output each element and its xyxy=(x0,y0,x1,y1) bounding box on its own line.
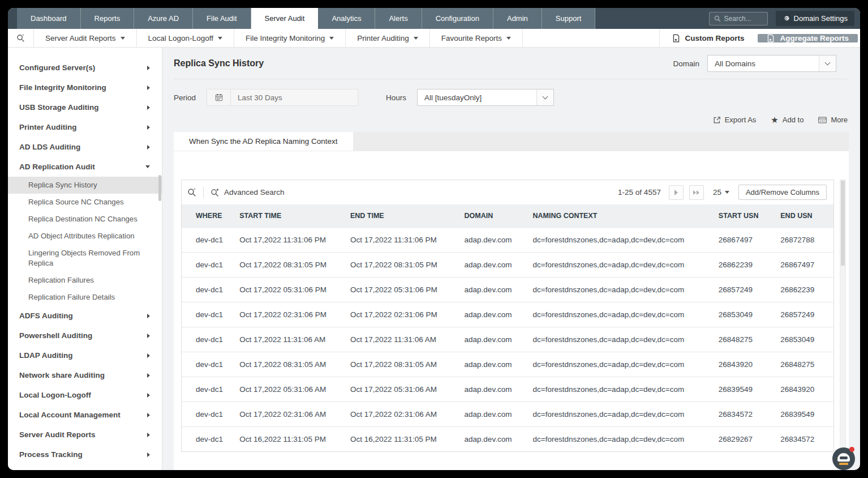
sidebar-subitem-replica-source-nc-changes[interactable]: Replica Source NC Changes xyxy=(8,194,162,211)
caret-right-icon xyxy=(147,353,150,358)
nav-tab-configuration[interactable]: Configuration xyxy=(422,8,493,29)
table-row[interactable]: dev-dc1Oct 17,2022 02:31:06 PMOct 17,202… xyxy=(182,302,833,327)
custom-reports-button[interactable]: Custom Reports xyxy=(659,29,757,47)
global-search[interactable] xyxy=(709,12,768,25)
period-picker[interactable]: Last 30 Days xyxy=(207,89,358,106)
caret-right-icon xyxy=(147,393,150,398)
sidebar-item-adfs-auditing[interactable]: ADFS Auditing xyxy=(8,306,162,326)
sidebar-subitem-replication-failure-details[interactable]: Replication Failure Details xyxy=(8,289,162,306)
column-header-end-time[interactable]: END TIME xyxy=(345,204,459,228)
report-actions: Export As ★ Add to More xyxy=(175,106,848,131)
nav-tab-support[interactable]: Support xyxy=(542,8,596,29)
sidebar-item-usb-storage-auditing[interactable]: USB Storage Auditing xyxy=(8,97,162,117)
table-row[interactable]: dev-dc1Oct 17,2022 08:31:05 AMOct 17,202… xyxy=(182,352,833,377)
table-row[interactable]: dev-dc1Oct 16,2022 11:31:05 PMOct 16,202… xyxy=(182,427,833,452)
sidebar-subitem-replication-failures[interactable]: Replication Failures xyxy=(8,272,162,289)
table-row[interactable]: dev-dc1Oct 17,2022 08:31:05 PMOct 17,202… xyxy=(182,253,833,278)
caret-right-icon xyxy=(147,334,150,338)
sidebar-subitem-ad-object-attributes-replication[interactable]: AD Object Attributes Replication xyxy=(8,228,162,245)
more-button[interactable]: More xyxy=(818,116,848,124)
report-search-button[interactable] xyxy=(8,29,34,47)
nav-tab-admin[interactable]: Admin xyxy=(493,8,542,29)
table-search-icon[interactable] xyxy=(187,188,196,197)
column-header-where[interactable]: WHERE xyxy=(182,204,234,228)
table-scrollbar[interactable] xyxy=(840,180,846,463)
chatbot-button[interactable] xyxy=(832,447,855,470)
add-remove-columns-button[interactable]: Add/Remove Columns xyxy=(738,185,827,200)
sidebar-item-server-audit-reports[interactable]: Server Audit Reports xyxy=(8,425,162,445)
column-header-start-usn[interactable]: START USN xyxy=(713,204,775,228)
period-label: Period xyxy=(174,93,196,102)
column-header-naming-context[interactable]: NAMING CONTEXT xyxy=(527,204,713,228)
table-header-row: WHERESTART TIMEEND TIMEDOMAINNAMING CONT… xyxy=(182,204,833,228)
sidebar-item-ad-lds-auditing[interactable]: AD LDS Auditing xyxy=(8,137,162,157)
table-row[interactable]: dev-dc1Oct 17,2022 02:31:06 AMOct 17,202… xyxy=(182,402,833,427)
sidebar-item-ad-replication-audit[interactable]: AD Replication Audit xyxy=(8,157,162,177)
sidebar-subitem-lingering-objects-removed-from-replica[interactable]: Lingering Objects Removed From Replica xyxy=(8,245,162,272)
sidebar-subitem-replica-sync-history[interactable]: Replica Sync History xyxy=(8,177,162,194)
domain-settings-button[interactable]: Domain Settings xyxy=(776,11,854,26)
last-page-button[interactable] xyxy=(689,185,704,200)
scrollbar-thumb[interactable] xyxy=(841,181,845,266)
report-toolbar: Server Audit ReportsLocal Logon-LogoffFi… xyxy=(8,29,860,48)
topbar-right: Domain Settings xyxy=(709,8,860,29)
nav-tab-azure-ad[interactable]: Azure AD xyxy=(134,8,193,29)
sidebar-item-label: LDAP Auditing xyxy=(19,351,73,360)
table-row[interactable]: dev-dc1Oct 17,2022 11:31:06 PMOct 17,202… xyxy=(182,228,833,253)
sidebar-item-local-account-management[interactable]: Local Account Management xyxy=(8,405,162,425)
sidebar-item-file-integrity-monitoring[interactable]: File Integrity Monitoring xyxy=(8,78,162,97)
add-to-label: Add to xyxy=(783,116,804,124)
sidebar-item-powershell-auditing[interactable]: Powershell Auditing xyxy=(8,326,162,345)
table-row[interactable]: dev-dc1Oct 17,2022 05:31:06 AMOct 17,202… xyxy=(182,377,833,402)
period-value: Last 30 Days xyxy=(231,93,289,102)
advanced-search-button[interactable]: Advanced Search xyxy=(210,188,285,197)
toolbar-menu-favourite-reports[interactable]: Favourite Reports xyxy=(430,29,523,47)
aggregate-reports-button[interactable]: Aggregate Reports xyxy=(758,34,858,42)
sidebar-item-label: AD Replication Audit xyxy=(19,162,95,172)
sidebar-item-configured-server-s[interactable]: Configured Server(s) xyxy=(8,58,162,78)
cell-naming-context: dc=forestdnszones,dc=adap,dc=dev,dc=com xyxy=(527,377,713,402)
toolbar-menu-label: Local Logon-Logoff xyxy=(148,34,213,42)
cell-end-time: Oct 17,2022 05:31:06 AM xyxy=(345,377,459,402)
toolbar-menu-server-audit-reports[interactable]: Server Audit Reports xyxy=(34,29,137,47)
column-header-domain[interactable]: DOMAIN xyxy=(459,204,527,228)
column-header-start-time[interactable]: START TIME xyxy=(234,204,345,228)
nav-tab-file-audit[interactable]: File Audit xyxy=(193,8,251,29)
toolbar-menu-file-integrity-monitoring[interactable]: File Integrity Monitoring xyxy=(234,29,346,47)
sidebar-item-process-tracking[interactable]: Process Tracking xyxy=(8,445,162,464)
cell-where: dev-dc1 xyxy=(182,352,234,377)
nav-tab-reports[interactable]: Reports xyxy=(81,8,135,29)
sidebar-subitem-replica-destination-nc-changes[interactable]: Replica Destination NC Changes xyxy=(8,211,162,228)
domain-select[interactable]: All Domains xyxy=(707,55,836,72)
export-as-button[interactable]: Export As xyxy=(713,116,757,124)
domain-settings-label: Domain Settings xyxy=(794,14,848,23)
sidebar-item-local-logon-logoff[interactable]: Local Logon-Logoff xyxy=(8,385,162,405)
cell-end-time: Oct 17,2022 08:31:05 PM xyxy=(345,253,459,278)
cell-start-usn: 26829267 xyxy=(713,427,775,452)
tab-when-sync-replica-naming-context[interactable]: When Sync the AD Replica Naming Context xyxy=(174,132,353,151)
nav-tab-dashboard[interactable]: Dashboard xyxy=(17,8,81,29)
column-header-end-usn[interactable]: END USN xyxy=(775,204,833,228)
sidebar-item-ldap-auditing[interactable]: LDAP Auditing xyxy=(8,345,162,365)
caret-right-icon xyxy=(147,433,150,437)
toolbar-menu-local-logon-logoff[interactable]: Local Logon-Logoff xyxy=(137,29,234,47)
nav-tab-alerts[interactable]: Alerts xyxy=(375,8,422,29)
cell-end-time: Oct 17,2022 08:31:05 AM xyxy=(345,352,459,377)
table-row[interactable]: dev-dc1Oct 17,2022 11:31:06 AMOct 17,202… xyxy=(182,327,833,352)
table-row[interactable]: dev-dc1Oct 17,2022 05:31:06 PMOct 17,202… xyxy=(182,278,833,302)
more-label: More xyxy=(831,116,848,124)
cell-domain: adap.dev.com xyxy=(459,402,527,427)
next-page-button[interactable] xyxy=(669,185,684,200)
sidebar-scrollbar[interactable] xyxy=(158,175,161,201)
sidebar-item-printer-auditing[interactable]: Printer Auditing xyxy=(8,117,162,137)
domain-select-value: All Domains xyxy=(708,59,762,68)
hours-select[interactable]: All [tuesdayOnly] xyxy=(417,89,554,106)
nav-tab-server-audit[interactable]: Server Audit xyxy=(251,8,319,29)
search-input[interactable] xyxy=(724,15,763,23)
page-size-select[interactable]: 25 xyxy=(713,188,729,197)
add-to-button[interactable]: ★ Add to xyxy=(771,116,803,124)
sidebar-item-network-share-auditing[interactable]: Network share Auditing xyxy=(8,365,162,385)
nav-tab-analytics[interactable]: Analytics xyxy=(318,8,375,29)
hours-label: Hours xyxy=(386,93,406,102)
toolbar-menu-printer-auditing[interactable]: Printer Auditing xyxy=(346,29,430,47)
